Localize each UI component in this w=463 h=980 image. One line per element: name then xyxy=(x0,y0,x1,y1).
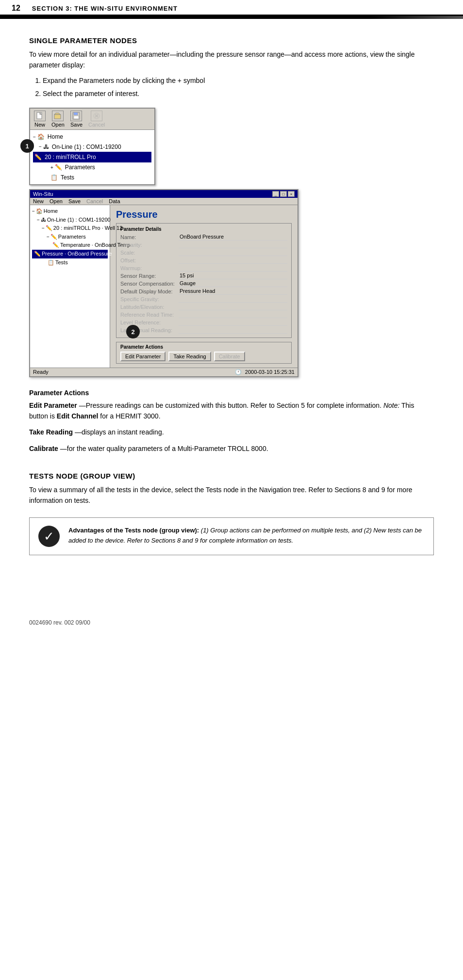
field-display-mode-label: Default Display Mode: xyxy=(120,289,179,294)
cancel-icon xyxy=(91,111,102,121)
header-title: SECTION 3: THE WIN-SITU ENVIRONMENT xyxy=(32,5,178,12)
minimize-btn[interactable]: _ xyxy=(272,191,279,197)
param-actions-btns: Edit Parameter Take Reading Calibrate xyxy=(120,352,287,361)
svg-rect-6 xyxy=(74,116,79,119)
field-level-ref: Level Reference: xyxy=(120,319,287,326)
mtree-online: − 🖧 On-Line (1) : COM1-19200 xyxy=(32,216,108,225)
close-btn[interactable]: × xyxy=(288,191,295,197)
field-scale: Scale: xyxy=(120,249,287,256)
field-manual-reading: Last Manual Reading: xyxy=(120,327,287,334)
header-rule xyxy=(0,16,463,19)
mtree-online-icon: 🖧 xyxy=(41,216,46,225)
tests-label: Tests xyxy=(61,173,74,182)
field-scale-label: Scale: xyxy=(120,250,179,256)
mtree-online-label: On-Line (1) : COM1-19200 xyxy=(47,216,111,225)
svg-marker-3 xyxy=(54,113,60,114)
maximize-btn[interactable]: □ xyxy=(280,191,287,197)
edit-parameter-btn[interactable]: Edit Parameter xyxy=(120,352,165,361)
steps-list: Expand the Parameters node by clicking t… xyxy=(43,75,434,99)
field-ref-read-label: Reference Read Time: xyxy=(120,312,179,318)
field-level-ref-value xyxy=(179,319,287,326)
tool-save[interactable]: Save xyxy=(70,111,83,128)
tool-new[interactable]: New xyxy=(34,111,46,128)
field-display-mode: Default Display Mode: Pressure Head xyxy=(120,288,287,295)
mtree-home-label: Home xyxy=(44,207,58,216)
tool-open[interactable]: Open xyxy=(51,111,65,128)
field-warmup-value xyxy=(179,265,287,272)
param-actions-heading: Parameter Actions xyxy=(29,389,434,397)
menu-data[interactable]: Data xyxy=(109,198,120,204)
titlebar-text: Win-Situ xyxy=(33,191,53,197)
mtree-tests: 📋 Tests xyxy=(32,258,108,267)
params-icon: ✏️ xyxy=(55,162,62,172)
menu-cancel[interactable]: Cancel xyxy=(86,198,103,204)
edit-parameter-desc: —Pressure readings can be customized wit… xyxy=(79,402,383,409)
mtree-device: − ✏️ 20 : miniTROLL Pro · Well 12 xyxy=(32,224,108,233)
field-offset-label: Offset: xyxy=(120,257,179,263)
step-1: Expand the Parameters node by clicking t… xyxy=(43,75,434,86)
device-icon: ✏️ xyxy=(34,152,42,162)
field-warmup-label: Warmup: xyxy=(120,265,179,271)
note-text: Advantages of the Tests node (group view… xyxy=(68,526,425,546)
field-offset-value xyxy=(179,257,287,264)
take-reading-block: Take Reading —displays an instant readin… xyxy=(29,427,434,438)
online-label: On-Line (1) : COM1-19200 xyxy=(52,142,121,152)
field-sensor-comp-value: Gauge xyxy=(179,280,287,287)
statusbar: Ready 🕐 2000-03-10 15:25:31 xyxy=(30,368,298,376)
mtree-pressure-label: Pressure · OnBoard Pressure xyxy=(42,250,112,258)
take-reading-term: Take Reading xyxy=(29,428,73,436)
param-details-box: Parameter Details Name: OnBoard Pressure… xyxy=(116,223,292,338)
svg-rect-2 xyxy=(54,114,61,119)
tree-item-params: + ✏️ Parameters xyxy=(33,162,151,172)
expand-home[interactable]: − xyxy=(33,133,36,141)
annotation-2: 2 xyxy=(126,325,140,338)
mtree-params-expand[interactable]: − xyxy=(47,233,50,241)
tool-save-label: Save xyxy=(70,122,83,128)
menu-open[interactable]: Open xyxy=(50,198,63,204)
param-actions-label: Parameter Actions xyxy=(120,344,287,350)
device-label: 20 : miniTROLL Pro xyxy=(45,152,96,162)
expand-online[interactable]: − xyxy=(39,143,42,151)
mtree-pressure[interactable]: ✏️ Pressure · OnBoard Pressure xyxy=(32,250,108,258)
home-label: Home xyxy=(48,132,63,142)
menu-save[interactable]: Save xyxy=(68,198,81,204)
mtree-temp: ✏️ Temperature · OnBoard Temp xyxy=(32,241,108,250)
field-name-label: Name: xyxy=(120,234,179,240)
tree-item-device-selected[interactable]: ✏️ 20 : miniTROLL Pro xyxy=(33,152,151,162)
calibrate-btn[interactable]: Calibrate xyxy=(214,352,245,361)
take-reading-desc: —displays an instant reading. xyxy=(75,428,164,436)
section2-intro: To view a summary of all the tests in th… xyxy=(29,485,434,506)
take-reading-btn[interactable]: Take Reading xyxy=(168,352,211,361)
field-ref-read: Reference Read Time: xyxy=(120,311,287,318)
field-display-mode-value: Pressure Head xyxy=(179,288,287,295)
field-sensor-range: Sensor Range: 15 psi xyxy=(120,273,287,279)
field-sensor-comp-label: Sensor Compensation: xyxy=(120,281,179,287)
mtree-home: − 🏠 Home xyxy=(32,207,108,216)
tree-item-tests: 📋 Tests xyxy=(33,173,151,182)
footer-text: 0024690 rev. 002 09/00 xyxy=(29,619,90,626)
field-manual-reading-value xyxy=(179,327,287,334)
tree-body: − 🏠 Home − 🖧 On-Line (1) : COM1-19200 ✏️… xyxy=(30,130,154,184)
field-latitude: Latitude/Elevation: xyxy=(120,304,287,310)
field-sensor-range-value: 15 psi xyxy=(179,273,287,279)
right-panel: Pressure Parameter Details Name: OnBoard… xyxy=(110,205,298,368)
annotation-2-label: 2 xyxy=(131,328,134,336)
expand-params[interactable]: + xyxy=(50,163,53,172)
param-actions-box: Parameter Actions Edit Parameter Take Re… xyxy=(116,342,292,364)
mtree-device-expand[interactable]: − xyxy=(42,225,45,232)
mtree-home-expand[interactable]: − xyxy=(32,208,35,215)
mtree-online-expand[interactable]: − xyxy=(37,216,40,224)
page-header: 12 SECTION 3: THE WIN-SITU ENVIRONMENT xyxy=(0,0,463,16)
statusbar-clock-icon: 🕐 xyxy=(235,369,242,375)
section1-intro: To view more detail for an individual pa… xyxy=(29,49,434,70)
menu-new[interactable]: New xyxy=(33,198,44,204)
new-icon xyxy=(34,111,46,121)
field-sensor-comp: Sensor Compensation: Gauge xyxy=(120,280,287,287)
params-label: Parameters xyxy=(65,162,95,172)
tool-cancel[interactable]: Cancel xyxy=(88,111,105,128)
tree-item-home: − 🏠 Home xyxy=(33,132,151,142)
calibrate-desc: —for the water quality parameters of a M… xyxy=(60,445,268,452)
field-offset: Offset: xyxy=(120,257,287,264)
section1-heading: SINGLE PARAMETER NODES xyxy=(29,36,434,45)
tests-icon: 📋 xyxy=(50,173,58,182)
